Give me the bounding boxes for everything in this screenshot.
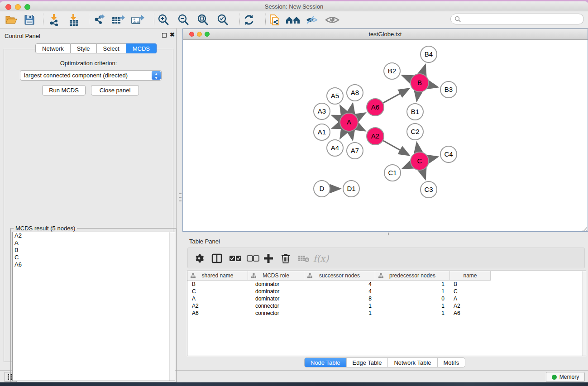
export-image-icon[interactable] xyxy=(130,13,145,27)
node-C4[interactable]: C4 xyxy=(440,146,457,162)
zoom-in-icon[interactable] xyxy=(156,13,171,27)
run-mcds-button[interactable]: Run MCDS xyxy=(42,85,86,95)
node-table[interactable]: shared nameMCDS rolesuccessor nodesprede… xyxy=(187,271,586,356)
save-session-icon[interactable] xyxy=(22,13,37,27)
import-network-icon[interactable] xyxy=(47,13,62,27)
node-B2[interactable]: B2 xyxy=(384,63,400,79)
float-panel-icon[interactable] xyxy=(162,33,167,38)
network-resize-grip[interactable] xyxy=(583,226,587,231)
node-A[interactable]: A xyxy=(340,113,358,131)
edge-B-B3[interactable] xyxy=(429,85,436,87)
node-B[interactable]: B xyxy=(411,74,429,92)
result-item[interactable]: C xyxy=(13,254,175,261)
node-A2[interactable]: A2 xyxy=(367,128,384,145)
add-icon[interactable] xyxy=(263,252,273,265)
edge-C-C3[interactable] xyxy=(422,170,425,178)
edge-A-A2[interactable] xyxy=(358,127,364,130)
tab-network[interactable]: Network xyxy=(35,43,71,53)
select-all-icon[interactable] xyxy=(229,252,242,265)
edge-A-A3[interactable] xyxy=(333,116,340,119)
tab-select[interactable]: Select xyxy=(97,43,126,53)
delete-icon[interactable] xyxy=(281,252,290,265)
edge-A-A8[interactable] xyxy=(351,105,353,113)
edge-A-A4[interactable] xyxy=(341,130,344,137)
table-row[interactable]: A2connector11A2 xyxy=(187,302,586,310)
edge-C-C4[interactable] xyxy=(429,157,436,159)
tab-edge-table[interactable]: Edge Table xyxy=(347,358,388,367)
node-A6[interactable]: A6 xyxy=(367,99,384,116)
edge-A-A5[interactable] xyxy=(341,107,344,114)
column-header-predecessor-nodes[interactable]: predecessor nodes xyxy=(375,271,450,281)
table-row[interactable]: Cdominator41C xyxy=(187,288,586,295)
node-A1[interactable]: A1 xyxy=(314,124,330,140)
node-B4[interactable]: B4 xyxy=(421,46,437,62)
tab-node-table[interactable]: Node Table xyxy=(305,358,347,367)
network-canvas[interactable]: B4B2BB3A5A8A6B1A3AA1A2C2A4A7C4CC1C3DD1 xyxy=(183,40,587,231)
edge-C-C1[interactable] xyxy=(404,165,411,168)
deselect-all-icon[interactable] xyxy=(247,252,259,265)
tab-network-table[interactable]: Network Table xyxy=(388,358,437,367)
edge-A-A6[interactable] xyxy=(357,114,364,118)
column-header-successor-nodes[interactable]: successor nodes xyxy=(304,271,375,281)
edge-A-A7[interactable] xyxy=(351,132,352,139)
column-header-name[interactable]: name xyxy=(450,271,491,281)
zoom-fit-icon[interactable] xyxy=(195,13,210,27)
node-C[interactable]: C xyxy=(411,152,429,170)
node-A8[interactable]: A8 xyxy=(347,85,363,101)
result-list-scrollbar[interactable] xyxy=(169,232,175,381)
edge-B-B2[interactable] xyxy=(403,76,411,79)
column-header-shared-name[interactable]: shared name xyxy=(187,271,248,281)
node-C3[interactable]: C3 xyxy=(421,181,437,198)
show-columns-icon[interactable] xyxy=(211,252,222,265)
first-neighbors-icon[interactable] xyxy=(285,13,301,27)
tab-style[interactable]: Style xyxy=(71,43,97,53)
edge-C-C2[interactable] xyxy=(417,144,418,152)
vertical-splitter-grip[interactable] xyxy=(178,193,182,201)
close-panel-icon[interactable]: ✖ xyxy=(170,33,175,37)
close-panel-button[interactable]: Close panel xyxy=(91,85,139,95)
edge-A6-B[interactable] xyxy=(383,89,408,103)
node-B3[interactable]: B3 xyxy=(440,81,457,98)
criterion-dropdown[interactable]: largest connected component (directed) ▲… xyxy=(20,70,162,81)
result-item[interactable]: A6 xyxy=(13,261,175,268)
export-network-icon[interactable] xyxy=(92,13,107,27)
node-D[interactable]: D xyxy=(314,181,330,197)
node-A3[interactable]: A3 xyxy=(314,103,330,119)
node-D1[interactable]: D1 xyxy=(343,181,359,197)
network-graph[interactable]: B4B2BB3A5A8A6B1A3AA1A2C2A4A7C4CC1C3DD1 xyxy=(183,40,587,231)
node-A4[interactable]: A4 xyxy=(327,140,343,156)
tab-mcds[interactable]: MCDS xyxy=(126,43,157,53)
table-options-icon[interactable] xyxy=(194,252,204,265)
table-row[interactable]: Adominator80A xyxy=(187,295,586,302)
clone-network-icon[interactable] xyxy=(267,13,282,27)
refresh-icon[interactable] xyxy=(241,13,257,27)
table-scrollbar[interactable] xyxy=(582,271,586,356)
result-item[interactable]: A2 xyxy=(13,232,175,239)
tab-motifs[interactable]: Motifs xyxy=(438,358,465,367)
export-table-icon[interactable] xyxy=(110,13,126,27)
mcds-result-list[interactable]: A2ABCA6 xyxy=(12,232,175,381)
node-A5[interactable]: A5 xyxy=(327,88,343,104)
zoom-selected-icon[interactable] xyxy=(215,13,230,27)
node-B1[interactable]: B1 xyxy=(407,104,423,120)
search-input[interactable] xyxy=(450,14,584,24)
table-row[interactable]: A6connector11A6 xyxy=(187,310,586,317)
node-C2[interactable]: C2 xyxy=(407,124,423,140)
edge-A-A1[interactable] xyxy=(333,125,340,128)
edge-A2-C[interactable] xyxy=(383,141,408,155)
edge-B-B4[interactable] xyxy=(422,66,425,74)
table-row[interactable]: Bdominator41B xyxy=(187,281,586,288)
import-table-icon[interactable] xyxy=(66,13,81,27)
node-C1[interactable]: C1 xyxy=(384,165,401,181)
node-A7[interactable]: A7 xyxy=(347,143,363,159)
zoom-out-icon[interactable] xyxy=(176,13,191,27)
column-header-MCDS-role[interactable]: MCDS role xyxy=(248,271,304,281)
memory-button[interactable]: Memory xyxy=(546,372,585,382)
show-all-icon[interactable] xyxy=(325,13,340,27)
open-file-icon[interactable] xyxy=(4,13,19,27)
network-window-titlebar[interactable]: testGlobe.txt xyxy=(183,29,588,40)
hide-selected-icon[interactable] xyxy=(304,13,320,27)
result-item[interactable]: B xyxy=(13,247,175,254)
edge-B-B1[interactable] xyxy=(417,92,418,100)
result-item[interactable]: A xyxy=(13,239,175,247)
